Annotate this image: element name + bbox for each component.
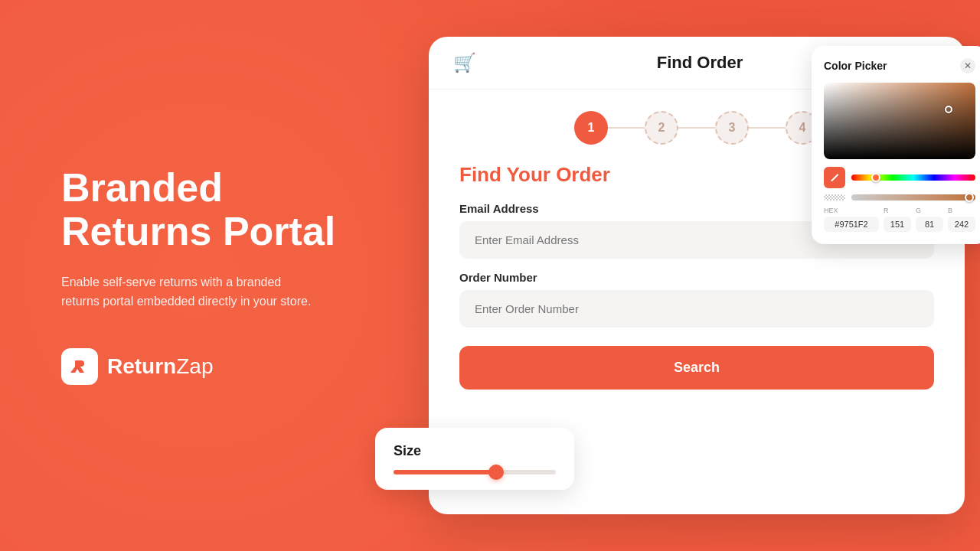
hero-description: Enable self-serve returns with a branded… [61, 272, 322, 311]
order-input[interactable] [459, 290, 934, 328]
size-card: Size [375, 428, 574, 490]
size-slider-thumb[interactable] [488, 465, 504, 480]
hex-group: HEX [824, 207, 879, 232]
size-label: Size [394, 443, 556, 459]
step-1[interactable]: 1 [574, 111, 608, 145]
checkerboard-icon [824, 194, 845, 201]
right-section: 🛒 Find Order 1 2 [398, 0, 980, 551]
g-input[interactable] [916, 217, 943, 232]
color-cursor[interactable] [945, 106, 952, 113]
b-input[interactable] [948, 217, 975, 232]
b-label: B [948, 207, 975, 214]
g-label: G [916, 207, 943, 214]
step-line-2 [678, 127, 715, 129]
hex-label: HEX [824, 207, 879, 214]
r-input[interactable] [884, 217, 911, 232]
opacity-row [824, 194, 975, 201]
color-picker-header: Color Picker ✕ [824, 58, 975, 73]
order-label: Order Number [459, 271, 934, 284]
hue-slider[interactable] [851, 174, 975, 181]
b-group: B [948, 207, 975, 232]
left-section: Branded Returns Portal Enable self-serve… [0, 120, 398, 431]
hue-thumb[interactable] [871, 173, 880, 182]
color-picker-title: Color Picker [824, 60, 887, 72]
step-2[interactable]: 2 [645, 111, 678, 145]
page-wrapper: Branded Returns Portal Enable self-serve… [0, 0, 980, 551]
step-3[interactable]: 3 [715, 111, 749, 145]
brand-name: ReturnZap [107, 354, 213, 379]
brand-logo: ReturnZap [61, 348, 352, 385]
close-button[interactable]: ✕ [960, 58, 975, 73]
logo-icon [61, 348, 98, 385]
hero-title: Branded Returns Portal [61, 166, 352, 253]
opacity-thumb[interactable] [965, 193, 974, 202]
hex-input[interactable] [824, 217, 879, 232]
color-picker-card: Color Picker ✕ [812, 46, 980, 244]
eyedropper-button[interactable] [824, 167, 845, 188]
search-button[interactable]: Search [459, 346, 934, 390]
color-values: HEX R G B [824, 207, 975, 232]
r-group: R [884, 207, 911, 232]
order-field-group: Order Number [459, 271, 934, 328]
g-group: G [916, 207, 943, 232]
portal-title: Find Order [657, 53, 743, 73]
opacity-slider[interactable] [851, 194, 975, 201]
size-slider-track[interactable] [394, 470, 556, 474]
cart-icon: 🛒 [453, 52, 476, 73]
r-label: R [884, 207, 911, 214]
color-gradient-canvas[interactable] [824, 83, 975, 159]
step-line-3 [749, 127, 786, 129]
step-line-1 [608, 127, 645, 129]
logo-svg [69, 356, 90, 377]
color-controls-row [824, 167, 975, 188]
